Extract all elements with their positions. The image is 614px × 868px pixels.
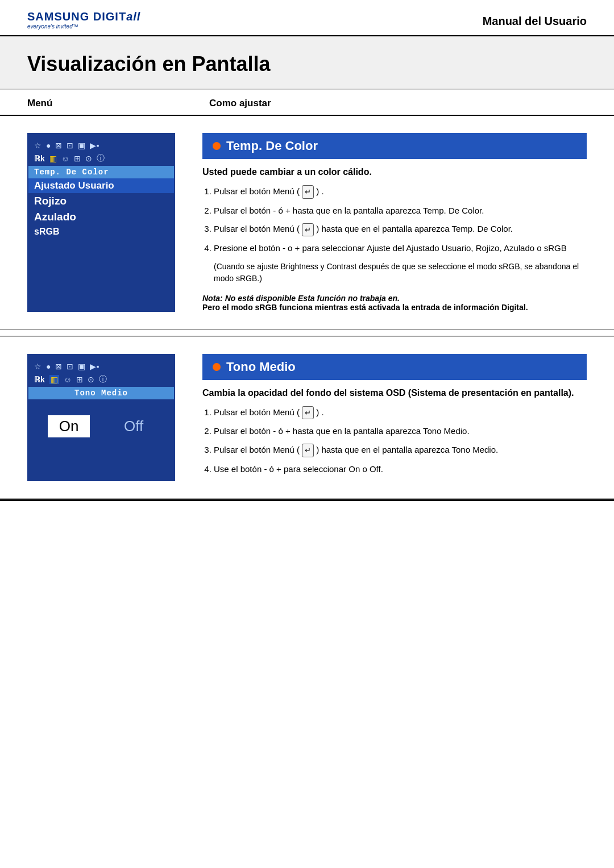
header: SAMSUNG DIGITall everyone's invited™ Man… (0, 0, 614, 36)
osd-icon-rk: ℝk (34, 154, 45, 163)
content-panel-1: Temp. De Color Usted puede cambiar a un … (175, 133, 587, 312)
osd-icon-circle: ● (46, 141, 51, 150)
section-tono-medio: ☆ ● ⊠ ⊡ ▣ ▶▪ ℝk ▥ ☺ ⊞ ⊙ ⓘ Tono Medio On … (0, 336, 614, 500)
osd2-icon-grid: ⊞ (76, 375, 83, 384)
osd2-icon-box1: ⊠ (55, 362, 62, 371)
col-menu-label: Menú (27, 98, 186, 109)
content-panel-2: Tono Medio Cambia la opacidad del fondo … (175, 354, 587, 482)
osd-icon-info: ⓘ (97, 153, 105, 164)
osd2-icon-circle: ● (46, 362, 51, 371)
osd2-icon-info: ⓘ (99, 374, 107, 385)
step-2-3: Pulsar el botón Menú ( ↵ ) hasta que en … (214, 444, 587, 457)
column-headers: Menú Como ajustar (0, 90, 614, 116)
heading-dot-icon-2 (213, 363, 221, 371)
osd2-icon-bar: ▥ (49, 375, 59, 384)
note-line2: Pero el modo sRGB funciona mientras está… (202, 303, 587, 312)
osd2-icon-box2: ⊡ (67, 362, 73, 371)
osd-icon-target: ⊙ (85, 154, 92, 163)
osd-item-azulado: Azulado (28, 209, 174, 225)
samsung-logo: SAMSUNG DIGITall (27, 10, 140, 23)
section-gap (0, 330, 614, 336)
osd2-icon-smile: ☺ (64, 375, 72, 384)
page-title: Visualización en Pantalla (27, 52, 587, 76)
osd2-icon-target: ⊙ (88, 375, 94, 384)
note-line1: Nota: No está disponible Esta función no… (202, 294, 587, 303)
logo-area: SAMSUNG DIGITall everyone's invited™ (27, 10, 140, 30)
instructions-2: Pulsar el botón Menú ( ↵ ) . Pulsar el b… (202, 406, 587, 476)
step-2-4: Use el botón - ó + para seleccionar On o… (214, 463, 587, 476)
osd-icon-box1: ⊠ (55, 141, 62, 150)
enter-icon-3: ↵ (302, 406, 314, 420)
heading-dot-icon (213, 142, 221, 150)
col-adjust-label: Como ajustar (186, 98, 587, 109)
manual-title: Manual del Usuario (483, 10, 587, 28)
osd2-icons-row1: ☆ ● ⊠ ⊡ ▣ ▶▪ (28, 360, 174, 373)
logo-tagline: everyone's invited™ (27, 23, 140, 30)
section-heading-text: Temp. De Color (226, 139, 318, 153)
osd-menu-box-1: ☆ ● ⊠ ⊡ ▣ ▶▪ ℝk ▥ ☺ ⊞ ⊙ ⓘ Temp. De Color… (27, 133, 175, 312)
osd-icon-box3: ▣ (78, 141, 85, 150)
osd-icon-sun: ☆ (34, 141, 42, 150)
osd-onoff-display: On Off (28, 399, 174, 453)
step-1-4: Presione el botón - o + para seleccionar… (214, 242, 587, 255)
osd-icon-box2: ⊡ (67, 141, 73, 150)
osd-icon-play: ▶▪ (90, 141, 99, 150)
osd2-icon-sun: ☆ (34, 362, 42, 371)
step-1-1: Pulsar el botón Menú ( ↵ ) . (214, 185, 587, 199)
osd-icon-smile: ☺ (61, 154, 69, 163)
osd-icon-grid: ⊞ (74, 154, 81, 163)
enter-icon-1: ↵ (302, 185, 314, 199)
osd-item-rojizo: Rojizo (28, 193, 174, 209)
step-1-2: Pulsar el botón - ó + hasta que en la pa… (214, 205, 587, 218)
note-section-1: Nota: No está disponible Esta función no… (202, 291, 587, 312)
osd-off-label: Off (113, 415, 155, 437)
section-heading-tono: Tono Medio (202, 354, 587, 380)
instructions-1: Pulsar el botón Menú ( ↵ ) . Pulsar el b… (202, 185, 587, 285)
bottom-border (0, 499, 614, 501)
section-temp-color: ☆ ● ⊠ ⊡ ▣ ▶▪ ℝk ▥ ☺ ⊞ ⊙ ⓘ Temp. De Color… (0, 116, 614, 330)
osd-menu-box-2: ☆ ● ⊠ ⊡ ▣ ▶▪ ℝk ▥ ☺ ⊞ ⊙ ⓘ Tono Medio On … (27, 354, 175, 482)
step-2-1: Pulsar el botón Menú ( ↵ ) . (214, 406, 587, 420)
osd-icon-bar: ▥ (49, 154, 57, 163)
enter-icon-2: ↵ (302, 223, 314, 237)
osd2-highlight-tono: Tono Medio (28, 387, 174, 399)
page-title-section: Visualización en Pantalla (0, 36, 614, 90)
osd-icons-row2: ℝk ▥ ☺ ⊞ ⊙ ⓘ (28, 152, 174, 166)
osd2-icons-row2: ℝk ▥ ☺ ⊞ ⊙ ⓘ (28, 373, 174, 387)
section-heading-temp: Temp. De Color (202, 133, 587, 159)
osd-item-ajustado: Ajustado Usuario (28, 178, 174, 193)
step-1-3: Pulsar el botón Menú ( ↵ ) hasta que en … (214, 223, 587, 236)
logo-script: all (126, 10, 140, 23)
osd2-icon-play: ▶▪ (90, 362, 99, 371)
step-2-2: Pulsar el botón - ó + hasta que en la pa… (214, 425, 587, 438)
osd-highlight-temp: Temp. De Color (28, 166, 174, 178)
osd-icons-row1: ☆ ● ⊠ ⊡ ▣ ▶▪ (28, 139, 174, 152)
enter-icon-4: ↵ (302, 444, 314, 457)
osd-item-srgb: sRGB (28, 225, 174, 239)
section-subtitle-2: Cambia la opacidad del fondo del sistema… (202, 388, 587, 398)
osd2-icon-rk: ℝk (34, 375, 45, 384)
section-heading-text-2: Tono Medio (226, 360, 296, 374)
osd2-icon-box3: ▣ (78, 362, 85, 371)
osd-on-label: On (48, 415, 90, 437)
parenthetical-note: (Cuando se ajuste Brightness y Contrast … (214, 261, 587, 285)
section-subtitle-1: Usted puede cambiar a un color cálido. (202, 167, 587, 177)
